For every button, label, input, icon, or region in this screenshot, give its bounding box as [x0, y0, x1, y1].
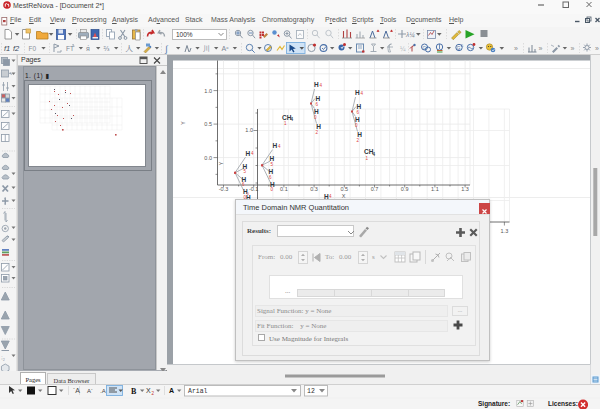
svg-text:f2: f2 [13, 44, 20, 53]
svg-text:.A: .A [100, 388, 106, 394]
svg-text:-0.1: -0.1 [249, 186, 258, 192]
svg-text:»: » [539, 45, 543, 52]
svg-text:Arial: Arial [188, 388, 208, 395]
svg-text:1.0: 1.0 [245, 127, 253, 133]
svg-text:´A: ´A [73, 387, 80, 394]
svg-text:A´: A´ [87, 388, 93, 394]
svg-text:人: 人 [126, 44, 134, 53]
svg-text:0: 0 [247, 192, 249, 196]
svg-text:1.0: 1.0 [204, 88, 212, 94]
svg-text:川: 川 [203, 45, 210, 52]
svg-text:f1: f1 [4, 44, 10, 53]
svg-text:1.3: 1.3 [501, 228, 509, 234]
svg-text:⅔: ⅔ [104, 45, 110, 52]
svg-text:A: A [169, 387, 174, 394]
svg-text:я́: я́ [86, 45, 90, 52]
svg-text:0.5: 0.5 [204, 121, 212, 127]
svg-text:»: » [571, 45, 575, 52]
svg-text:G: G [423, 46, 427, 51]
svg-text:»: » [514, 45, 518, 52]
svg-text:1.3: 1.3 [461, 186, 469, 192]
svg-text:B: B [131, 387, 137, 396]
svg-text:0.9: 0.9 [401, 186, 409, 192]
svg-text:»: » [595, 45, 599, 52]
svg-text:0.5: 0.5 [340, 186, 348, 192]
svg-text:12: 12 [307, 388, 315, 395]
svg-text:λ¼: λ¼ [405, 31, 415, 38]
svg-text:FT: FT [66, 45, 74, 52]
svg-text:⁝₂: ⁝₂ [1, 355, 5, 361]
svg-text:F0: F0 [29, 45, 37, 52]
svg-text:1.1: 1.1 [431, 186, 439, 192]
svg-text:X: X [342, 193, 346, 199]
svg-text:0.7: 0.7 [371, 186, 379, 192]
svg-text:G: G [457, 45, 461, 51]
svg-text:0.3: 0.3 [310, 186, 318, 192]
svg-text:¼: ¼ [400, 45, 406, 52]
svg-text:-0.3: -0.3 [219, 186, 228, 192]
svg-text:0.1: 0.1 [280, 186, 288, 192]
svg-text:0.0: 0.0 [204, 155, 212, 161]
svg-text:Aᶜ: Aᶜ [222, 45, 230, 52]
svg-text:100%: 100% [176, 31, 193, 38]
svg-text:X: X [146, 387, 151, 394]
